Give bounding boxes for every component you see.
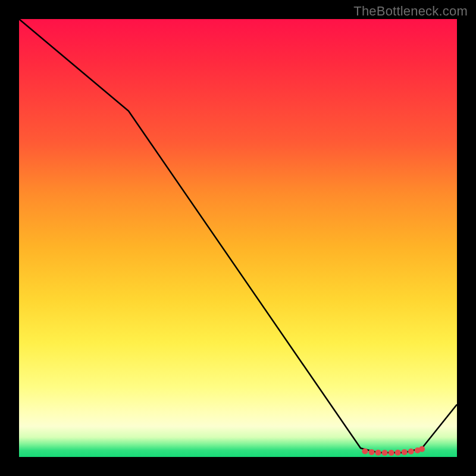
series-line (19, 19, 457, 453)
marker-dot (402, 449, 408, 455)
marker-dot (368, 449, 374, 455)
attribution-text: TheBottleneck.com (353, 4, 468, 19)
plot-area (19, 19, 457, 457)
curve-layer (19, 19, 457, 453)
marker-dot (395, 450, 401, 456)
marker-dot (362, 448, 368, 454)
marker-dot (375, 450, 381, 456)
marker-dot (389, 450, 394, 456)
chart-svg (19, 19, 457, 457)
marker-dot (419, 446, 425, 452)
marker-layer (362, 446, 425, 456)
marker-dot (382, 450, 388, 456)
chart-frame: TheBottleneck.com (0, 0, 476, 476)
marker-dot (408, 449, 414, 455)
